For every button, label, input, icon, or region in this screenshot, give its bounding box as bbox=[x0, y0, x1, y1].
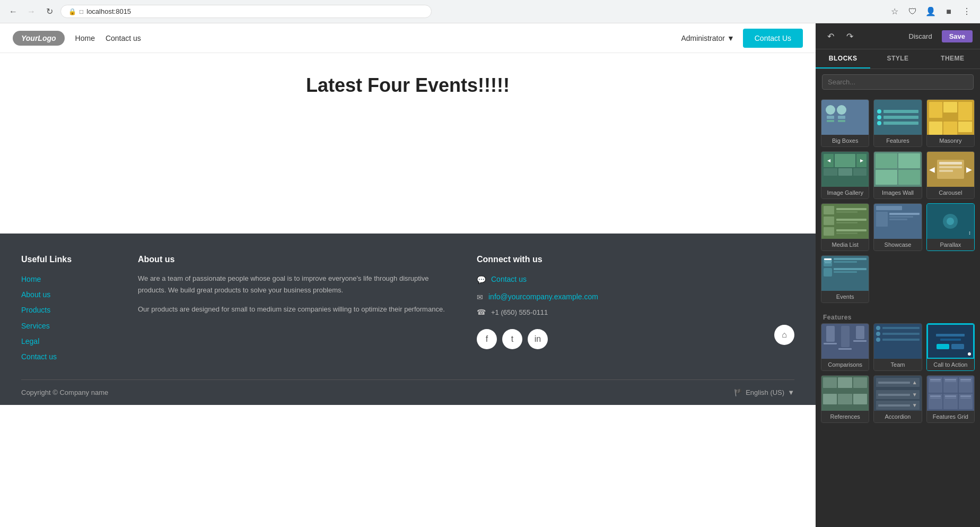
shield-button[interactable]: 🛡 bbox=[906, 5, 920, 19]
nav-home[interactable]: Home bbox=[75, 34, 95, 42]
parallax-thumbnail: ↕ bbox=[927, 204, 974, 239]
back-button[interactable]: ← bbox=[6, 5, 20, 19]
address-bar[interactable]: 🔒 □ localhost:8015 bbox=[60, 5, 432, 18]
url-text: localhost:8015 bbox=[86, 7, 131, 15]
panel-tabs: BLOCKS STYLE THEME bbox=[816, 49, 980, 69]
block-features-grid[interactable]: Features Grid bbox=[926, 375, 975, 423]
block-big-boxes[interactable]: Big Boxes bbox=[821, 99, 869, 147]
copyright-text: Copyright © Company name bbox=[21, 388, 108, 396]
browser-chrome: ← → ↻ 🔒 □ localhost:8015 ☆ 🛡 👤 ■ ⋮ bbox=[0, 0, 980, 23]
nav-contact[interactable]: Contact us bbox=[106, 34, 141, 42]
footer-link-products[interactable]: Products bbox=[21, 304, 117, 317]
block-image-gallery[interactable]: ◀ ▶ Image Gallery bbox=[821, 151, 869, 199]
accordion-thumbnail: ▲ ▼ ▼ bbox=[874, 376, 921, 411]
footer-about: About us We are a team of passionate peo… bbox=[138, 255, 456, 364]
footer-link-legal[interactable]: Legal bbox=[21, 335, 117, 348]
about-text2: Our products are designed for small to m… bbox=[138, 304, 456, 315]
facebook-button[interactable]: f bbox=[477, 329, 497, 349]
site-logo[interactable]: YourLogo bbox=[13, 31, 65, 46]
block-parallax[interactable]: ↕ Parallax bbox=[926, 203, 975, 251]
security-icon: 🔒 bbox=[68, 8, 76, 15]
footer-link-about[interactable]: About us bbox=[21, 288, 117, 301]
about-title: About us bbox=[138, 255, 456, 264]
useful-links-title: Useful Links bbox=[21, 255, 117, 264]
footer-link-contact[interactable]: Contact us bbox=[21, 350, 117, 364]
cta-label: Call to Action bbox=[927, 359, 974, 370]
masonry-label: Masonry bbox=[927, 135, 974, 146]
block-accordion[interactable]: ▲ ▼ ▼ Accordion bbox=[873, 375, 922, 423]
block-showcase[interactable]: Showcase bbox=[873, 203, 922, 251]
carousel-label: Carousel bbox=[927, 187, 974, 198]
admin-label: Administrator bbox=[681, 34, 724, 42]
images-wall-label: Images Wall bbox=[874, 187, 921, 198]
save-button[interactable]: Save bbox=[942, 30, 973, 42]
tab-blocks[interactable]: BLOCKS bbox=[816, 49, 870, 68]
connect-contact-link[interactable]: Contact us bbox=[491, 273, 527, 286]
features-label: Features bbox=[874, 135, 921, 146]
browser-actions: ☆ 🛡 👤 ■ ⋮ bbox=[888, 5, 974, 19]
tab-style[interactable]: STYLE bbox=[870, 49, 925, 68]
references-label: References bbox=[821, 411, 869, 422]
block-masonry[interactable]: Masonry bbox=[926, 99, 975, 147]
email-icon: ✉ bbox=[477, 293, 483, 301]
showcase-label: Showcase bbox=[874, 239, 921, 250]
page-body: Latest Four Events!!!!! Useful Links Hom… bbox=[0, 53, 816, 527]
block-images-wall[interactable]: Images Wall bbox=[873, 151, 922, 199]
admin-dropdown[interactable]: Administrator ▼ bbox=[681, 34, 734, 42]
chat-icon: 💬 bbox=[477, 275, 486, 284]
reload-button[interactable]: ↻ bbox=[42, 5, 56, 19]
social-icons: f t in bbox=[477, 329, 548, 349]
big-boxes-label: Big Boxes bbox=[821, 135, 869, 146]
connect-email: ✉ info@yourcompany.example.com bbox=[477, 290, 794, 304]
search-input[interactable] bbox=[822, 74, 974, 90]
menu-button[interactable]: ⋮ bbox=[960, 5, 974, 19]
image-gallery-thumbnail: ◀ ▶ bbox=[821, 152, 869, 187]
redo-button[interactable]: ↷ bbox=[842, 29, 857, 44]
block-call-to-action[interactable]: Call to Action bbox=[926, 323, 975, 371]
cta-thumbnail bbox=[927, 324, 974, 359]
panel-search bbox=[816, 69, 980, 95]
undo-button[interactable]: ↶ bbox=[823, 29, 838, 44]
block-media-list[interactable]: Media List bbox=[821, 203, 869, 251]
linkedin-button[interactable]: in bbox=[528, 329, 548, 349]
footer-bottom: Copyright © Company name 🏴 English (US) … bbox=[21, 379, 794, 405]
connect-contact: 💬 Contact us bbox=[477, 273, 794, 286]
tab-theme[interactable]: THEME bbox=[925, 49, 980, 68]
block-comparisons[interactable]: Comparisons bbox=[821, 323, 869, 371]
images-wall-thumbnail bbox=[874, 152, 921, 187]
twitter-button[interactable]: t bbox=[502, 329, 522, 349]
language-selector[interactable]: 🏴 English (US) ▼ bbox=[734, 388, 794, 396]
profile-button[interactable]: 👤 bbox=[924, 5, 938, 19]
empty-slot bbox=[873, 255, 922, 303]
extension-button[interactable]: ■ bbox=[942, 5, 956, 19]
features-section-label: Features bbox=[821, 309, 975, 323]
footer-link-services[interactable]: Services bbox=[21, 319, 117, 333]
parallax-label: Parallax bbox=[927, 239, 974, 250]
lang-arrow: ▼ bbox=[788, 388, 794, 396]
block-carousel[interactable]: ◀ ▶ Carousel bbox=[926, 151, 975, 199]
panel-actions: ↶ ↷ bbox=[823, 29, 857, 44]
footer-connect: Connect with us 💬 Contact us ✉ info@your… bbox=[477, 255, 794, 364]
block-references[interactable]: References bbox=[821, 375, 869, 423]
references-thumbnail bbox=[821, 376, 869, 411]
forward-button[interactable]: → bbox=[24, 5, 38, 19]
contact-us-button[interactable]: Contact Us bbox=[743, 29, 803, 48]
main-layout: YourLogo Home Contact us Administrator ▼… bbox=[0, 23, 980, 527]
footer-link-home[interactable]: Home bbox=[21, 273, 117, 286]
discard-button[interactable]: Discard bbox=[904, 30, 938, 42]
media-list-thumbnail bbox=[821, 204, 869, 239]
panel-header: ↶ ↷ Discard Save bbox=[816, 23, 980, 49]
events-title: Latest Four Events!!!!! bbox=[306, 74, 510, 97]
home-button[interactable]: ⌂ bbox=[774, 325, 794, 345]
block-team[interactable]: Team bbox=[873, 323, 922, 371]
connect-email-link[interactable]: info@yourcompany.example.com bbox=[488, 290, 598, 304]
masonry-thumbnail bbox=[927, 100, 974, 135]
right-panel: ↶ ↷ Discard Save BLOCKS STYLE THEME bbox=[816, 23, 980, 527]
accordion-label: Accordion bbox=[874, 411, 921, 422]
image-gallery-label: Image Gallery bbox=[821, 187, 869, 198]
bookmark-button[interactable]: ☆ bbox=[888, 5, 902, 19]
block-features[interactable]: Features bbox=[873, 99, 922, 147]
comparisons-label: Comparisons bbox=[821, 359, 869, 370]
site-nav: Home Contact us bbox=[75, 34, 141, 42]
block-events[interactable]: Events bbox=[821, 255, 869, 303]
